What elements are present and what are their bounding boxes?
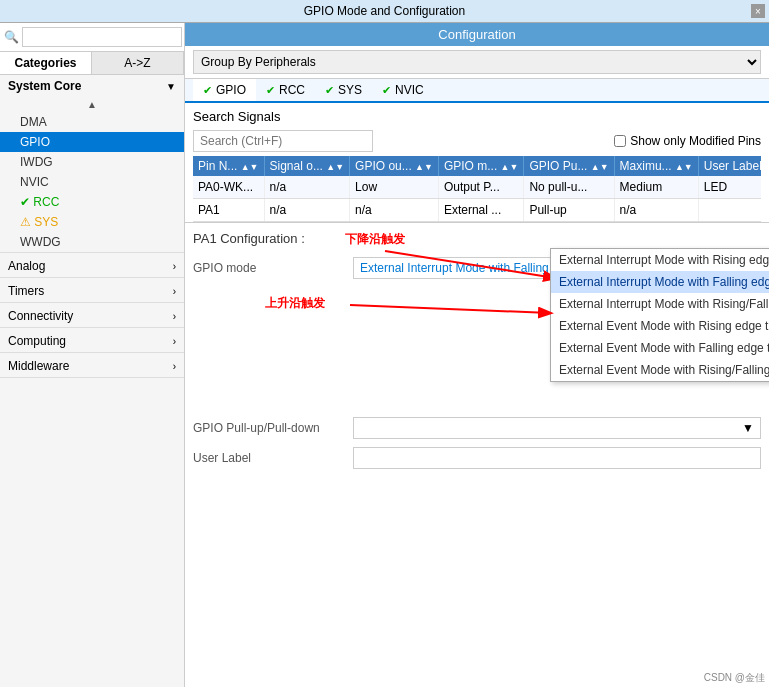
annotation-rising: 上升沿触发 [265, 295, 325, 312]
system-core-items: DMA GPIO IWDG NVIC ✔ RCC ⚠ SYS WWDG [0, 112, 184, 252]
chevron-right-icon-middleware: › [173, 361, 176, 372]
sort-icon-mode: ▲▼ [501, 162, 519, 172]
show-modified-checkbox[interactable] [614, 135, 626, 147]
cell-output-0: Low [350, 176, 439, 199]
cell-pin-0: PA0-WK... [193, 176, 264, 199]
scroll-up-arrow[interactable]: ▲ [0, 97, 184, 112]
cell-pull-1: Pull-up [524, 199, 614, 222]
table-row: PA1 n/a n/a External ... Pull-up n/a [193, 199, 761, 222]
sort-icon-signal: ▲▼ [326, 162, 344, 172]
gpio-pull-value[interactable]: ▼ [353, 417, 761, 439]
timers-label: Timers [8, 284, 44, 298]
timers-category[interactable]: Timers › [0, 280, 184, 302]
sidebar-tabs: Categories A->Z [0, 52, 184, 75]
col-mode[interactable]: GPIO m... ▲▼ [438, 156, 524, 176]
tab-rcc[interactable]: ✔ RCC [256, 79, 315, 101]
tab-sys[interactable]: ✔ SYS [315, 79, 372, 101]
connectivity-label: Connectivity [8, 309, 73, 323]
tab-gpio[interactable]: ✔ GPIO [193, 79, 256, 103]
annotation-falling-text: 下降沿触发 [345, 232, 405, 246]
timers-section: Timers › [0, 280, 184, 303]
user-label-value[interactable] [353, 447, 761, 469]
title-bar: GPIO Mode and Configuration × [0, 0, 769, 23]
search-signals-input[interactable] [193, 130, 373, 152]
analog-category[interactable]: Analog › [0, 255, 184, 277]
sort-icon-output: ▲▼ [415, 162, 433, 172]
col-pull[interactable]: GPIO Pu... ▲▼ [524, 156, 614, 176]
tab-nvic[interactable]: ✔ NVIC [372, 79, 434, 101]
dropdown-item-1[interactable]: External Interrupt Mode with Falling edg… [551, 271, 769, 293]
sidebar-item-rcc[interactable]: ✔ RCC [0, 192, 184, 212]
config-form: GPIO mode External Interrupt Mode with F… [193, 254, 761, 472]
cell-label-1 [698, 199, 761, 222]
rcc-check-icon: ✔ [266, 84, 275, 97]
gpio-mode-dropdown: External Interrupt Mode with Rising edge… [550, 248, 769, 382]
cell-mode-1: External ... [438, 199, 524, 222]
dropdown-item-4[interactable]: External Event Mode with Falling edge tr… [551, 337, 769, 359]
dropdown-item-5[interactable]: External Event Mode with Rising/Falling … [551, 359, 769, 381]
table-header-row: Pin N... ▲▼ Signal o... ▲▼ GPIO ou... ▲▼… [193, 156, 761, 176]
cell-max-1: n/a [614, 199, 698, 222]
chevron-right-icon-analog: › [173, 261, 176, 272]
computing-section: Computing › [0, 330, 184, 353]
cell-max-0: Medium [614, 176, 698, 199]
sort-icon-max: ▲▼ [675, 162, 693, 172]
chevron-right-icon-computing: › [173, 336, 176, 347]
middleware-section: Middleware › [0, 355, 184, 378]
cell-output-1: n/a [350, 199, 439, 222]
config-header: Configuration [185, 23, 769, 46]
gpio-check-icon: ✔ [203, 84, 212, 97]
sidebar-item-gpio[interactable]: GPIO [0, 132, 184, 152]
dropdown-item-0[interactable]: External Interrupt Mode with Rising edge… [551, 249, 769, 271]
user-label-input[interactable] [360, 451, 754, 465]
tab-az[interactable]: A->Z [92, 52, 184, 74]
sidebar-item-iwdg[interactable]: IWDG [0, 152, 184, 172]
user-label-label: User Label [193, 451, 353, 465]
group-by-select[interactable]: Group By Peripherals [193, 50, 761, 74]
col-output[interactable]: GPIO ou... ▲▼ [350, 156, 439, 176]
sidebar-item-nvic[interactable]: NVIC [0, 172, 184, 192]
dropdown-item-3[interactable]: External Event Mode with Rising edge tri… [551, 315, 769, 337]
nvic-check-icon: ✔ [382, 84, 391, 97]
chevron-right-icon-connectivity: › [173, 311, 176, 322]
user-label-row: User Label [193, 444, 761, 472]
sidebar-item-sys[interactable]: ⚠ SYS [0, 212, 184, 232]
pa1-config-section: PA1 Configuration : 下降沿触发 [185, 222, 769, 687]
table-row: PA0-WK... n/a Low Output P... No pull-u.… [193, 176, 761, 199]
search-signals-label: Search Signals [185, 103, 769, 128]
middleware-label: Middleware [8, 359, 69, 373]
search-icon: 🔍 [4, 30, 19, 44]
sidebar-search-input[interactable] [22, 27, 182, 47]
computing-category[interactable]: Computing › [0, 330, 184, 352]
tab-nvic-label: NVIC [395, 83, 424, 97]
col-signal[interactable]: Signal o... ▲▼ [264, 156, 350, 176]
cell-pull-0: No pull-u... [524, 176, 614, 199]
middleware-category[interactable]: Middleware › [0, 355, 184, 377]
tab-categories[interactable]: Categories [0, 52, 92, 74]
sidebar-item-dma[interactable]: DMA [0, 112, 184, 132]
tab-rcc-label: RCC [279, 83, 305, 97]
sidebar-search-row: 🔍 ⚙ [0, 23, 184, 52]
chevron-down-icon: ▼ [166, 81, 176, 92]
close-button[interactable]: × [751, 4, 765, 18]
col-max[interactable]: Maximu... ▲▼ [614, 156, 698, 176]
svg-line-1 [350, 305, 550, 313]
col-pin[interactable]: Pin N... ▲▼ [193, 156, 264, 176]
chevron-right-icon-timers: › [173, 286, 176, 297]
app-container: GPIO Mode and Configuration × 🔍 ⚙ Catego… [0, 0, 769, 687]
annotation-rising-text: 上升沿触发 [265, 296, 325, 310]
system-core-label: System Core [8, 79, 81, 93]
connectivity-category[interactable]: Connectivity › [0, 305, 184, 327]
sort-icon-pull: ▲▼ [591, 162, 609, 172]
dropdown-item-2[interactable]: External Interrupt Mode with Rising/Fall… [551, 293, 769, 315]
col-label[interactable]: User Label [698, 156, 761, 176]
sidebar-item-wwdg[interactable]: WWDG [0, 232, 184, 252]
search-row: Show only Modified Pins [185, 128, 769, 156]
pa1-config-title: PA1 Configuration : [193, 231, 761, 246]
cell-signal-0: n/a [264, 176, 350, 199]
system-core-category[interactable]: System Core ▼ [0, 75, 184, 97]
analog-label: Analog [8, 259, 45, 273]
title-text: GPIO Mode and Configuration [304, 4, 465, 18]
pins-table-wrapper: Pin N... ▲▼ Signal o... ▲▼ GPIO ou... ▲▼… [193, 156, 761, 222]
cell-signal-1: n/a [264, 199, 350, 222]
